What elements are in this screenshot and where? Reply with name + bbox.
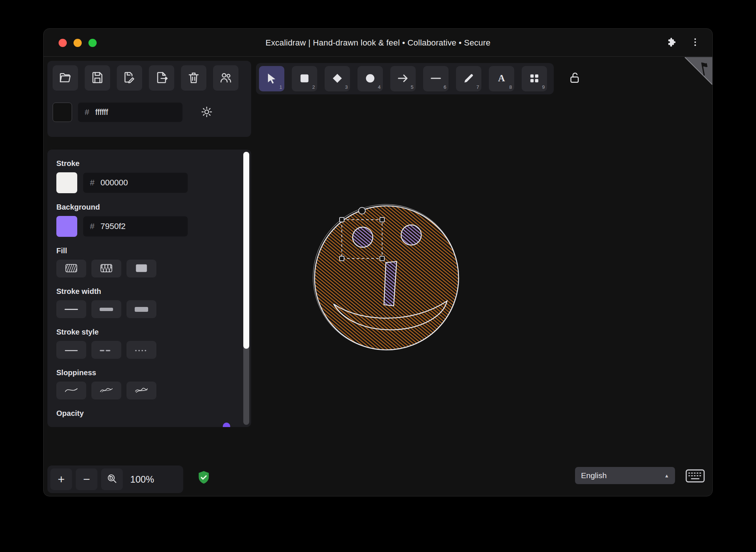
save-as-icon — [123, 71, 136, 85]
tool-text[interactable]: A 8 — [489, 66, 514, 91]
tool-selection[interactable]: 1 — [259, 66, 284, 91]
circle-icon — [364, 72, 377, 86]
zoom-out-button[interactable]: − — [76, 468, 97, 490]
square-icon — [298, 72, 311, 86]
cursor-icon — [265, 72, 278, 86]
encryption-shield-icon[interactable] — [197, 470, 210, 485]
tool-shortcut: 3 — [345, 84, 348, 90]
keyboard-shortcuts-button[interactable] — [685, 469, 706, 484]
tool-library[interactable]: 9 — [522, 66, 547, 91]
solid-line-icon — [65, 347, 78, 353]
keyboard-icon — [685, 478, 705, 484]
save-button[interactable] — [85, 65, 110, 91]
background-value: 7950f2 — [100, 222, 125, 231]
right-eye[interactable] — [401, 225, 421, 245]
fill-label: Fill — [56, 247, 242, 255]
canvas-background-swatch[interactable] — [53, 103, 72, 122]
language-select[interactable]: English ▲ — [575, 467, 675, 484]
folder-open-icon — [59, 71, 72, 85]
sloppiness-cartoonist-button[interactable] — [126, 382, 156, 399]
open-button[interactable] — [53, 65, 78, 91]
background-hex-input[interactable]: # 7950f2 — [83, 216, 188, 236]
unlocked-padlock-icon — [568, 80, 582, 86]
opacity-slider-thumb[interactable] — [223, 423, 230, 427]
dotted-line-icon — [135, 347, 148, 353]
reset-zoom-button[interactable] — [101, 468, 123, 490]
users-icon — [219, 71, 232, 85]
solid-fill-icon — [135, 263, 148, 274]
extensions-button[interactable] — [666, 37, 678, 48]
canvas-smiley-drawing[interactable] — [290, 180, 484, 374]
excalidraw-window: Excalidraw | Hand-drawn look & feel • Co… — [43, 28, 713, 496]
dashed-line-icon — [100, 347, 113, 353]
keep-tool-active-button[interactable] — [565, 68, 585, 88]
fill-solid-button[interactable] — [126, 260, 156, 277]
pencil-icon — [462, 72, 475, 86]
stroke-label: Stroke — [56, 159, 242, 168]
tool-shortcut: 1 — [279, 84, 282, 90]
stroke-style-dashed-button[interactable] — [91, 341, 121, 359]
left-eye[interactable] — [353, 227, 373, 247]
stroke-width-label: Stroke width — [56, 287, 242, 296]
theme-toggle-button[interactable] — [200, 105, 214, 119]
stroke-width-thin-button[interactable] — [56, 300, 86, 318]
architect-squiggle-icon — [65, 386, 78, 396]
crosshatch-icon — [100, 263, 113, 274]
language-value: English — [581, 471, 607, 480]
opacity-label: Opacity — [56, 409, 242, 418]
selection-handle-nw — [340, 217, 344, 222]
save-as-button[interactable] — [117, 65, 142, 91]
zoom-in-button[interactable]: + — [50, 468, 72, 490]
stroke-width-bold-button[interactable] — [91, 300, 121, 318]
text-icon: A — [495, 72, 508, 86]
thin-line-icon — [65, 309, 78, 310]
grid-icon — [528, 72, 541, 86]
stroke-hex-input[interactable]: # 000000 — [83, 173, 188, 193]
canvas-background-hex-input[interactable]: # ffffff — [78, 103, 182, 122]
clear-canvas-button[interactable] — [181, 65, 206, 91]
tool-line[interactable]: 6 — [423, 66, 449, 91]
tool-shortcut: 6 — [444, 84, 446, 90]
tool-rectangle[interactable]: 2 — [292, 66, 317, 91]
browser-menu-button[interactable] — [689, 37, 701, 48]
zoom-level[interactable]: 100% — [130, 474, 154, 485]
export-file-icon — [155, 71, 168, 85]
tool-shortcut: 8 — [509, 84, 512, 90]
collaboration-button[interactable] — [213, 65, 238, 91]
fill-hachure-button[interactable] — [56, 260, 86, 277]
tool-arrow[interactable]: 5 — [390, 66, 416, 91]
flag-icon — [685, 79, 712, 86]
hash-prefix: # — [90, 178, 94, 188]
titlebar: Excalidraw | Hand-drawn look & feel • Co… — [44, 29, 712, 57]
fill-crosshatch-button[interactable] — [91, 260, 121, 277]
stroke-color-swatch[interactable] — [56, 172, 77, 193]
tool-shortcut: 2 — [312, 84, 315, 90]
sloppiness-architect-button[interactable] — [56, 382, 86, 399]
stroke-value: 000000 — [100, 178, 128, 188]
bold-line-icon — [100, 308, 113, 311]
selection-handle-ne — [380, 217, 384, 222]
stroke-style-dotted-button[interactable] — [126, 341, 156, 359]
tool-diamond[interactable]: 3 — [325, 66, 350, 91]
tool-ellipse[interactable]: 4 — [357, 66, 383, 91]
background-color-swatch[interactable] — [56, 216, 77, 237]
selection-handle-sw — [340, 256, 344, 261]
export-button[interactable] — [149, 65, 174, 91]
shape-toolbar: 1 2 3 4 5 — [256, 63, 554, 94]
tool-draw[interactable]: 7 — [456, 66, 481, 91]
arrow-icon — [397, 72, 409, 86]
hash-prefix: # — [85, 107, 89, 117]
sloppiness-artist-button[interactable] — [91, 382, 121, 399]
zoom-controls: + − 100% — [47, 465, 183, 493]
stroke-width-extrabold-button[interactable] — [126, 300, 156, 318]
sun-icon — [200, 114, 213, 119]
rotation-handle — [359, 207, 365, 214]
sloppiness-label: Sloppiness — [56, 368, 242, 377]
cartoonist-squiggle-icon — [135, 386, 148, 396]
panel-scrollbar-thumb[interactable] — [243, 152, 249, 349]
hash-prefix: # — [90, 222, 94, 231]
selection-handle-se — [380, 256, 384, 261]
corner-ribbon[interactable] — [685, 57, 712, 85]
stroke-style-solid-button[interactable] — [56, 341, 86, 359]
tool-shortcut: 7 — [477, 84, 479, 90]
